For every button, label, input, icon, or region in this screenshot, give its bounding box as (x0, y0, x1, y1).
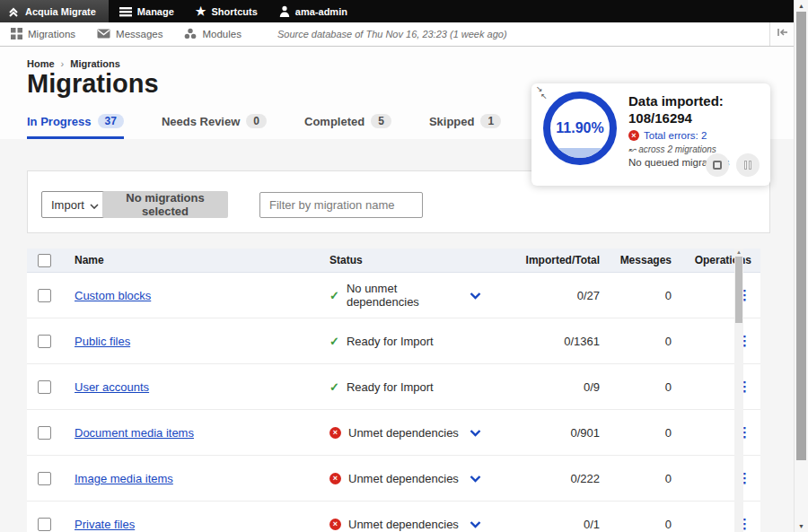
error-icon: × (329, 427, 341, 439)
status-text: Ready for Import (347, 335, 434, 348)
progress-actions (706, 153, 760, 177)
stop-import-button[interactable] (706, 153, 729, 177)
table-scrollbar-thumb[interactable] (735, 257, 742, 323)
hamburger-icon (119, 6, 132, 17)
messages-cell: 0 (600, 289, 672, 302)
imported-total-cell: 0/901 (500, 426, 600, 440)
toolbar-collapse-button[interactable] (769, 22, 794, 46)
migrations-label: Migrations (28, 29, 75, 39)
tab-count-badge: 1 (480, 114, 501, 128)
import-dropdown-button[interactable]: Import (41, 191, 109, 218)
total-errors-label: Total errors: 2 (644, 130, 707, 141)
header-checkbox-cell (27, 254, 75, 267)
toolbar-item-messages[interactable]: Messages (86, 29, 173, 40)
imported-total-cell: 0/9 (500, 380, 600, 394)
header-imported-total: Imported/Total (500, 254, 600, 266)
pause-import-button[interactable] (736, 153, 760, 177)
tab-count-badge: 5 (371, 114, 391, 128)
status-text: Unmet dependencies (348, 472, 459, 485)
acquia-migrate-screen: Acquia Migrate Manage ★ Shortcuts ama-ad… (0, 0, 808, 532)
messages-cell: 0 (600, 472, 672, 485)
messages-cell: 0 (600, 426, 672, 440)
admin-topbar: Acquia Migrate Manage ★ Shortcuts ama-ad… (0, 0, 794, 22)
breadcrumb-separator: › (61, 58, 65, 69)
user-menu-item[interactable]: ama-admin (268, 0, 358, 22)
row-checkbox[interactable] (38, 289, 51, 302)
tab-label: Skipped (429, 115, 475, 128)
tab-completed[interactable]: Completed 5 (304, 114, 391, 139)
tab-skipped[interactable]: Skipped 1 (429, 114, 501, 139)
breadcrumb-current: Migrations (70, 58, 120, 69)
header-name: Name (75, 254, 329, 266)
row-checkbox[interactable] (38, 472, 51, 485)
collapse-card-icon[interactable]: ↘ ↖ (536, 85, 548, 100)
table-scrollbar[interactable]: ▲ (734, 249, 743, 532)
username-label: ama-admin (295, 6, 347, 17)
row-checkbox[interactable] (38, 518, 51, 531)
messages-cell: 0 (600, 518, 672, 531)
status-text: Unmet dependencies (348, 518, 459, 531)
brand-tab[interactable]: Acquia Migrate (0, 0, 109, 22)
migrations-table: Name Status Imported/Total Messages Oper… (27, 249, 760, 532)
import-progress-card: ↘ ↖ 11.90% Data imported: 108/16294 × To… (531, 83, 770, 186)
imported-total-cell: 0/27 (500, 289, 600, 302)
collapse-left-icon (776, 26, 789, 42)
row-checkbox[interactable] (38, 426, 51, 440)
data-imported-count: 108/16294 (628, 109, 763, 126)
page-scrollbar-thumb[interactable] (796, 12, 806, 460)
table-row: Private files × Unmet dependencies 0/1 0… (27, 501, 760, 532)
no-migrations-selected-button[interactable]: No migrations selected (102, 191, 228, 218)
brand-label: Acquia Migrate (25, 6, 96, 17)
chevron-down-icon[interactable] (470, 289, 481, 302)
status-text: No unmet dependencies (347, 282, 470, 309)
content-area: Import No migrations selected Name Statu… (0, 139, 794, 532)
toolbar-item-modules[interactable]: Modules (173, 28, 251, 41)
migration-name-link[interactable]: Public files (75, 335, 130, 348)
table-header-row: Name Status Imported/Total Messages Oper… (27, 249, 760, 273)
manage-label: Manage (137, 6, 174, 17)
row-checkbox[interactable] (38, 380, 51, 394)
tab-needs-review[interactable]: Needs Review 0 (162, 114, 267, 139)
page-scroll-down-icon[interactable]: ▼ (795, 523, 808, 529)
status-text: Unmet dependencies (348, 426, 459, 440)
chevron-down-icon (90, 198, 99, 212)
header-operations: Operations (672, 254, 760, 266)
table-row: Custom blocks ✓ No unmet dependencies 0/… (27, 273, 760, 318)
total-errors-link[interactable]: × Total errors: 2 (628, 130, 763, 141)
pause-icon (744, 161, 747, 170)
tabs: In Progress 37 Needs Review 0 Completed … (27, 114, 609, 139)
check-icon: ✓ (329, 289, 339, 302)
page-scroll-up-icon[interactable]: ▲ (795, 3, 808, 9)
table-row: Image media items × Unmet dependencies 0… (27, 456, 760, 501)
migration-name-filter-input[interactable] (259, 192, 423, 218)
page-title: Migrations (27, 69, 159, 99)
toolbar-item-migrations[interactable]: Migrations (0, 28, 86, 41)
double-chevron-up-icon (7, 5, 20, 18)
chevron-down-icon[interactable] (470, 472, 481, 485)
progress-ring: 11.90% (543, 92, 617, 165)
select-all-checkbox[interactable] (38, 254, 51, 267)
shortcuts-menu-item[interactable]: ★ Shortcuts (185, 0, 268, 22)
migration-name-link[interactable]: Private files (75, 518, 135, 531)
table-scroll-up-icon[interactable]: ▲ (734, 249, 743, 255)
tab-label: Completed (304, 115, 364, 128)
check-icon: ✓ (329, 335, 339, 348)
stop-icon (713, 161, 722, 170)
migration-name-link[interactable]: User accounts (75, 380, 149, 394)
breadcrumb-home[interactable]: Home (27, 58, 55, 69)
page-scrollbar[interactable]: ▲ ▼ (794, 0, 808, 532)
chevron-down-icon[interactable] (470, 426, 481, 440)
messages-cell: 0 (600, 335, 672, 348)
migration-name-link[interactable]: Image media items (75, 472, 173, 485)
manage-menu-item[interactable]: Manage (109, 0, 185, 22)
chevron-down-icon[interactable] (470, 518, 481, 531)
error-icon: × (628, 130, 639, 141)
tab-in-progress[interactable]: In Progress 37 (27, 114, 124, 139)
migration-name-link[interactable]: Document media items (75, 426, 194, 440)
star-icon: ★ (196, 4, 206, 18)
envelope-icon (97, 29, 110, 40)
modules-label: Modules (202, 29, 241, 39)
migration-name-link[interactable]: Custom blocks (75, 289, 151, 302)
row-checkbox[interactable] (38, 335, 51, 348)
error-icon: × (329, 519, 341, 530)
